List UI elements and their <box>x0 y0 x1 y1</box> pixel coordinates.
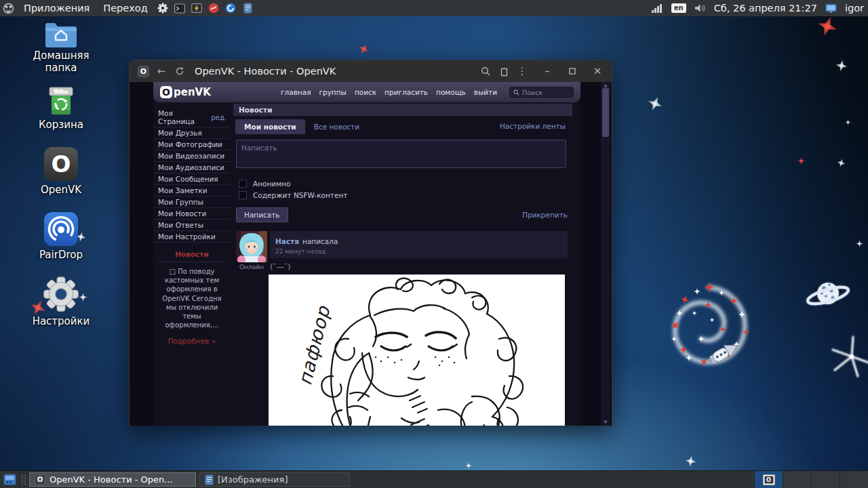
sparkle-star <box>465 462 472 469</box>
sidebar-item-messages[interactable]: Мои Сообщения <box>153 174 231 185</box>
sparkle-star <box>836 158 847 169</box>
openvk-app-icon: O <box>24 146 98 182</box>
sidebar-item-answers[interactable]: Мои Ответы <box>153 220 231 231</box>
post-author-avatar[interactable] <box>236 231 267 262</box>
post-image-sketch: пафюор <box>269 274 565 426</box>
image-viewer-tray-icon[interactable] <box>191 3 203 14</box>
feed-settings-link[interactable]: Настройки ленты <box>500 122 566 130</box>
taskbar-window-images[interactable]: [Изображения] <box>199 472 350 487</box>
scroll-down-icon[interactable]: ▼ <box>601 420 610 425</box>
page-scrollbar[interactable]: ▲ ▼ <box>601 82 610 426</box>
settings-tray-icon[interactable] <box>157 3 169 14</box>
nav-invite[interactable]: пригласить <box>384 88 428 96</box>
browser-viewport: O penVK главная группы поиск пригласить … <box>130 82 612 426</box>
taskbar-launcher-icon[interactable] <box>2 473 17 487</box>
desktop-icon-settings[interactable]: Настройки <box>24 275 98 327</box>
edit-link[interactable]: ред. <box>211 114 226 121</box>
places-menu[interactable]: Переход <box>96 0 154 16</box>
minimize-button[interactable]: – <box>541 65 553 77</box>
sidebar-item-videos[interactable]: Мои Видеозаписи <box>153 150 231 162</box>
planet-art <box>804 275 852 316</box>
submit-post-button[interactable]: Написать <box>236 207 288 222</box>
sidebar-item-groups[interactable]: Мои Группы <box>153 197 231 208</box>
post-image[interactable]: пафюор <box>269 274 565 426</box>
browser-titlebar[interactable]: O ← OpenVK - Новости - OpenVK ⋮ – ✕ <box>130 60 612 82</box>
image-viewer-window-icon <box>205 474 214 485</box>
taskbar-window-openvk[interactable]: O OpenVK - Новости - Open... <box>29 472 196 487</box>
extensions-icon[interactable] <box>498 66 510 77</box>
workspace-1[interactable]: O <box>754 471 783 488</box>
sparkle-star <box>684 455 697 468</box>
volume-icon[interactable] <box>694 3 706 14</box>
keyboard-layout-indicator[interactable]: en <box>671 3 686 13</box>
post-author-link[interactable]: Настя <box>275 237 299 245</box>
sparkle-star <box>646 94 665 114</box>
attach-link[interactable]: Прикрепить <box>522 211 568 219</box>
nav-groups[interactable]: группы <box>319 88 346 96</box>
zoom-icon[interactable] <box>479 66 492 76</box>
xfce-menu-icon[interactable] <box>3 3 14 14</box>
workspace-4[interactable] <box>840 471 868 488</box>
sparkle-star <box>797 157 805 165</box>
scrollbar-thumb[interactable] <box>602 88 609 137</box>
post-header: Настя написала 22 минут назад <box>270 231 568 258</box>
desktop-icon-label: Настройки <box>24 315 98 327</box>
tab-my-news[interactable]: Мои новости <box>235 119 305 134</box>
taskbar-grip-handle[interactable] <box>21 474 26 485</box>
openvk-logo[interactable]: O penVK <box>160 86 211 98</box>
sidebar-news-text: □ По поводу кастомных тем оформления в O… <box>158 267 226 329</box>
desktop-icon-label: OpenVK <box>24 184 98 196</box>
sidebar-item-photos[interactable]: Мои Фотографии <box>153 139 231 150</box>
nsfw-checkbox[interactable] <box>239 191 247 199</box>
openvk-page: O penVK главная группы поиск пригласить … <box>153 82 580 426</box>
composer-actions: Написать Прикрепить <box>236 207 572 222</box>
menu-kebab-icon[interactable]: ⋮ <box>516 65 528 77</box>
display-icon[interactable] <box>825 3 837 14</box>
feed-content: Новости Мои новости Все новости Настройк… <box>233 104 572 426</box>
nav-help[interactable]: помощь <box>436 88 466 96</box>
feed-title: Новости <box>233 104 572 116</box>
openvk-favicon: O <box>35 474 45 485</box>
red-app-tray-icon[interactable] <box>208 3 220 14</box>
notes-tray-icon[interactable] <box>242 3 254 14</box>
sidebar-news-block: Новости □ По поводу кастомных тем оформл… <box>153 250 231 345</box>
site-search-box[interactable] <box>509 87 574 98</box>
browser-favicon: O <box>138 66 149 77</box>
workspace-2[interactable] <box>783 471 811 488</box>
composer-textarea[interactable] <box>236 140 566 168</box>
sidebar-item-notes[interactable]: Мои Заметки <box>153 185 231 197</box>
sidebar-item-news[interactable]: Мои Новости <box>153 208 231 220</box>
nav-logout[interactable]: выйти <box>474 88 497 96</box>
post-timestamp[interactable]: 22 минут назад <box>275 248 562 255</box>
tab-all-news[interactable]: Все новости <box>305 119 368 134</box>
close-button[interactable]: ✕ <box>591 65 604 77</box>
terminal-tray-icon[interactable] <box>174 3 186 14</box>
site-nav: главная группы поиск пригласить помощь в… <box>281 87 574 98</box>
sidebar-item-audios[interactable]: Мои Аудиозаписи <box>153 162 231 174</box>
sidebar-news-more-link[interactable]: Подробнее » <box>158 337 226 345</box>
network-icon[interactable] <box>652 3 663 14</box>
browser-window-title: OpenVK - Новости - OpenVK <box>195 66 336 77</box>
clock[interactable]: Сб, 26 апреля 21:27 <box>714 3 817 14</box>
sidebar-item-settings[interactable]: Мои Настройки <box>153 231 231 243</box>
desktop-icon-home[interactable]: Домашняя папка <box>24 19 98 74</box>
desktop-icon-pairdrop[interactable]: PairDrop <box>24 211 98 261</box>
nav-home[interactable]: главная <box>281 88 311 96</box>
post-composer <box>233 134 572 171</box>
feed-post: Онлайн Настя написала 22 минут назад (¯—… <box>233 231 572 426</box>
back-icon[interactable]: ← <box>155 65 167 77</box>
applications-menu[interactable]: Приложения <box>17 0 96 16</box>
scroll-up-icon[interactable]: ▲ <box>601 83 610 88</box>
reload-icon[interactable] <box>174 66 186 76</box>
blue-app-tray-icon[interactable] <box>225 3 237 14</box>
sidebar-item-my-page[interactable]: Моя Страница ред. <box>153 108 231 127</box>
sidebar-item-friends[interactable]: Мои Друзья <box>153 127 231 139</box>
nav-search[interactable]: поиск <box>355 88 376 96</box>
settings-gear-icon <box>24 275 98 313</box>
anonymous-checkbox[interactable] <box>239 180 247 188</box>
maximize-button[interactable] <box>566 68 578 75</box>
desktop-icon-trash[interactable]: Корзина <box>24 85 98 131</box>
site-search-input[interactable] <box>522 89 570 96</box>
desktop-icon-openvk[interactable]: O OpenVK <box>24 146 98 196</box>
workspace-3[interactable] <box>811 471 840 488</box>
